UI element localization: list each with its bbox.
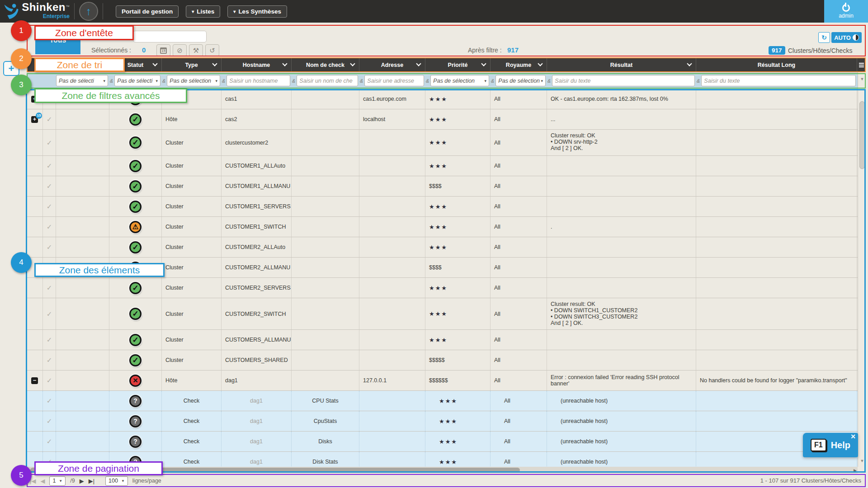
filter-text[interactable] [701, 75, 856, 86]
filter-input[interactable] [555, 78, 692, 84]
filter-input[interactable] [229, 78, 288, 84]
filter-text[interactable] [226, 75, 290, 86]
filter-and-separator: & [360, 78, 363, 84]
zone-label-5: Zone de pagination [34, 461, 163, 475]
chevron-down-icon[interactable] [350, 61, 355, 66]
next-page-button[interactable]: ▶ [80, 478, 84, 484]
check-name-cell [292, 156, 359, 176]
chevron-down-icon[interactable] [538, 61, 542, 66]
refresh-button[interactable]: ↻ [818, 32, 830, 43]
help-widget[interactable]: F1 Help ✕ [803, 433, 858, 457]
header-search-input[interactable] [133, 31, 207, 42]
acknowledge-button[interactable]: ⊘ [173, 44, 187, 56]
row-checkmark[interactable]: ✓ [47, 162, 52, 170]
filter-text[interactable] [552, 75, 695, 86]
undo-button[interactable]: ↺ [205, 44, 219, 56]
column-menu-button[interactable] [857, 57, 866, 72]
priority-value: ★★★ [439, 459, 458, 465]
scroll-down-icon[interactable]: ▼ [859, 457, 865, 465]
hostname-cell: dag1 [222, 391, 292, 411]
chevron-down-icon[interactable] [282, 61, 287, 66]
hostname-cell: CUSTOMER1_ALLAuto [222, 156, 292, 176]
expand-cell [27, 298, 43, 329]
chevron-down-icon[interactable] [481, 61, 486, 66]
nav-les-syntheses[interactable]: ▾Les Synthèses [227, 5, 287, 18]
nav-label: Portail de gestion [122, 8, 173, 15]
blank-cell [56, 197, 109, 216]
filter-text[interactable] [297, 75, 358, 86]
row-checkmark[interactable]: ✓ [47, 336, 52, 344]
filter-text[interactable] [364, 75, 424, 86]
hostname-cell: CUSTOMERS_ALLMANU [222, 330, 292, 350]
type-cell: Check [162, 432, 222, 451]
status-ok-icon: ✓ [129, 282, 142, 294]
row-checkmark[interactable]: ✓ [47, 310, 52, 318]
nav-portail-de-gestion[interactable]: Portail de gestion [116, 5, 179, 18]
filter-input[interactable] [704, 78, 853, 84]
vertical-scrollbar[interactable]: ▼ ▼ [858, 72, 866, 467]
column-header-royaume[interactable]: Royaume [491, 57, 547, 72]
shinken-logo[interactable]: Shinken™ Enterprise [3, 2, 70, 21]
chevron-down-icon[interactable] [152, 61, 157, 66]
row-checkmark[interactable]: ✓ [47, 356, 52, 364]
row-checkmark[interactable]: ✓ [47, 437, 52, 446]
hostname-cell: CUSTOMER2_ALLMANU [222, 258, 292, 277]
close-icon[interactable]: ✕ [850, 433, 856, 440]
vertical-scroll-thumb[interactable] [859, 101, 865, 169]
scroll-top-button[interactable]: ↑ [79, 2, 98, 21]
realm-cell: All [491, 156, 547, 176]
filter-select[interactable]: Pas de sélecti▾ [114, 75, 160, 86]
row-checkmark[interactable]: ✓ [47, 417, 52, 425]
result-cell: . [547, 217, 696, 237]
column-header-priorit-[interactable]: Priorité [425, 57, 491, 72]
type-cell: Cluster [162, 237, 222, 257]
scroll-down-icon[interactable]: ▼ [859, 75, 865, 83]
column-header-hostname[interactable]: Hostname [222, 57, 292, 72]
prev-page-button[interactable]: ◀ [40, 478, 45, 484]
column-header-r-sultat[interactable]: Résultat [547, 57, 696, 72]
auto-refresh-toggle[interactable]: AUTO [831, 32, 862, 43]
check-name-cell [292, 109, 359, 129]
column-header-type[interactable]: Type [162, 57, 222, 72]
table-row: ✓✓ClusterCUSTOMER2_SERVERS★★★All [27, 278, 866, 298]
column-header-nom-de-check[interactable]: Nom de check [292, 57, 359, 72]
row-checkmark[interactable]: ✓ [47, 243, 52, 251]
address-cell [359, 452, 425, 467]
tools-button[interactable]: ⚒ [189, 44, 203, 56]
column-header-r-sultat-long[interactable]: Résultat Long [696, 57, 857, 72]
row-checkmark[interactable]: ✓ [47, 139, 52, 147]
row-checkmark[interactable]: ✓ [47, 202, 52, 211]
filter-select[interactable]: Pas de sélection▾ [167, 75, 220, 86]
last-page-button[interactable]: ▶| [89, 478, 94, 484]
filter-input[interactable] [299, 78, 355, 84]
zone-number-2: 2 [11, 48, 32, 69]
nav-listes[interactable]: ▾Listes [186, 5, 220, 18]
filter-select[interactable]: Pas de sélection▾ [430, 75, 489, 86]
per-page-select[interactable]: 100▼ [105, 476, 128, 486]
calendar-button[interactable]: 15 [156, 44, 170, 56]
row-check-cell: ✓ [43, 237, 56, 257]
scroll-right-icon[interactable]: ▶ [854, 468, 857, 473]
column-header-adresse[interactable]: Adresse [359, 57, 425, 72]
chevron-down-icon[interactable] [212, 61, 217, 66]
row-checkmark[interactable]: ✓ [47, 223, 52, 231]
filter-input[interactable] [367, 78, 421, 84]
address-cell [359, 176, 425, 196]
row-checkmark[interactable]: ✓ [47, 376, 52, 385]
row-checkmark[interactable]: ✓ [47, 397, 52, 405]
power-icon [842, 4, 850, 12]
filter-select[interactable]: Pas de sélection▾ [495, 75, 546, 86]
filter-select[interactable]: Pas de sélecti▾ [56, 75, 108, 86]
chevron-down-icon[interactable] [687, 61, 692, 66]
expand-icon[interactable]: +15 [31, 116, 38, 123]
row-checkmark[interactable]: ✓ [47, 284, 52, 292]
priority-cell: ★★★ [425, 89, 491, 109]
page-select[interactable]: 1▼ [49, 476, 66, 486]
collapse-icon[interactable]: − [31, 377, 38, 384]
row-check-cell: ✓ [43, 298, 56, 329]
row-checkmark[interactable]: ✓ [47, 182, 52, 190]
chevron-down-icon[interactable] [416, 61, 421, 66]
user-menu-admin[interactable]: admin [824, 0, 868, 23]
row-checkmark[interactable]: ✓ [47, 115, 52, 123]
status-cell: ✓ [109, 298, 162, 329]
